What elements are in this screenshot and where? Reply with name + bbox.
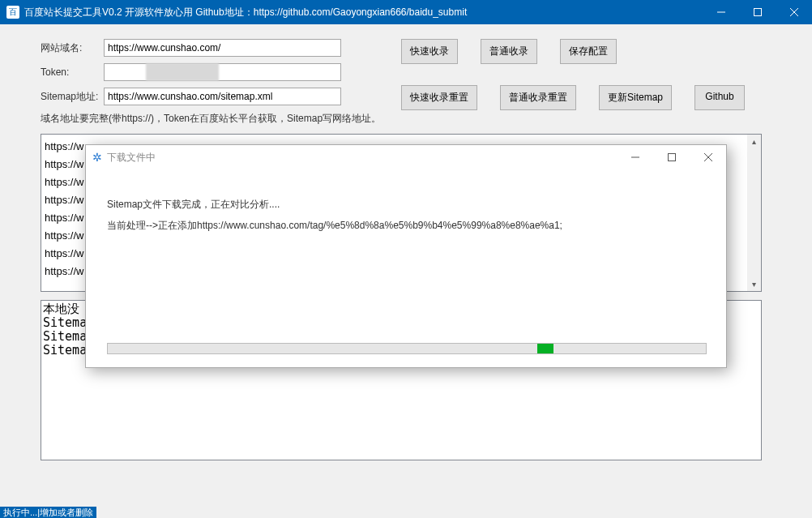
token-input[interactable]	[104, 63, 341, 81]
maximize-icon	[668, 153, 676, 161]
scroll-down-icon[interactable]: ▾	[747, 277, 761, 291]
normal-reset-button[interactable]: 普通收录重置	[500, 85, 576, 110]
dialog-close-button[interactable]	[690, 145, 726, 169]
fast-include-button[interactable]: 快速收录	[401, 39, 458, 64]
minimize-icon	[717, 8, 725, 16]
dialog-title: 下载文件中	[107, 151, 156, 165]
progress-chunk	[537, 344, 553, 353]
close-icon	[704, 153, 712, 161]
token-label: Token:	[41, 66, 104, 78]
domain-label: 网站域名:	[41, 41, 104, 55]
svg-rect-5	[668, 154, 675, 161]
domain-input[interactable]	[104, 39, 341, 57]
dialog-maximize-button[interactable]	[653, 145, 690, 169]
titlebar: 百 百度站长提交工具V0.2 开源软件放心用 Github地址：https://…	[0, 0, 812, 24]
hint-text: 域名地址要完整(带https://)，Token在百度站长平台获取，Sitema…	[41, 112, 771, 126]
scrollbar[interactable]: ▴ ▾	[747, 135, 761, 291]
app-icon: 百	[6, 6, 19, 19]
status-bar: 执行中...|增加或者删除	[0, 507, 96, 518]
titlebar-text: 百度站长提交工具V0.2 开源软件放心用 Github地址：https://gi…	[24, 6, 467, 19]
svg-rect-1	[754, 9, 761, 16]
fast-reset-button[interactable]: 快速收录重置	[401, 85, 477, 110]
maximize-icon	[754, 8, 762, 16]
close-button[interactable]	[776, 0, 812, 24]
github-button[interactable]: Github	[694, 85, 745, 110]
dialog-minimize-button[interactable]	[617, 145, 653, 169]
save-config-button[interactable]: 保存配置	[560, 39, 617, 64]
dialog-icon: ✲	[92, 151, 102, 164]
minimize-icon	[631, 153, 639, 161]
dialog-status-line2: 当前处理-->正在添加https://www.cunshao.com/tag/%…	[107, 215, 705, 236]
token-blur-overlay	[146, 63, 219, 81]
download-dialog: ✲ 下载文件中 Sitemap文件下载完成，正在对比分析.... 当前处理-->…	[85, 144, 727, 368]
progress-bar	[107, 343, 707, 354]
sitemap-label: Sitemap地址:	[41, 90, 104, 104]
maximize-button[interactable]	[739, 0, 776, 24]
minimize-button[interactable]	[703, 0, 739, 24]
update-sitemap-button[interactable]: 更新Sitemap	[599, 85, 672, 110]
close-icon	[790, 8, 798, 16]
scroll-up-icon[interactable]: ▴	[747, 135, 761, 148]
dialog-status-line1: Sitemap文件下载完成，正在对比分析....	[107, 194, 705, 215]
normal-include-button[interactable]: 普通收录	[481, 39, 537, 64]
sitemap-input[interactable]	[104, 88, 341, 105]
